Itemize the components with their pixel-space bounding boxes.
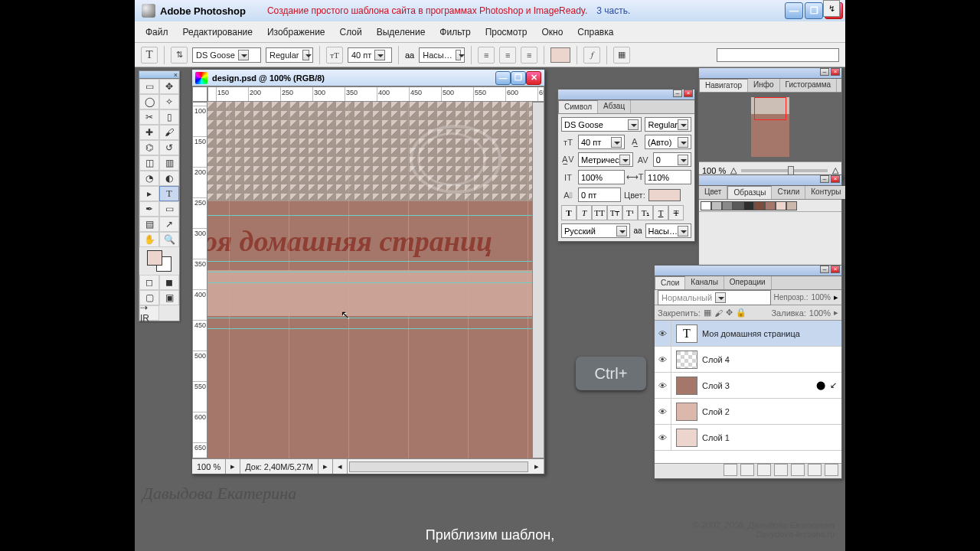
panel-close-icon[interactable]: × [831,68,840,76]
layer-thumbnail[interactable]: T [676,324,697,343]
type-color-swatch[interactable] [550,47,570,63]
navigator-zoom-value[interactable]: 100 % [702,166,726,175]
panel-close-icon[interactable]: × [831,175,840,183]
status-popup-icon[interactable]: ▸ [318,459,333,474]
minimize-button[interactable]: — [785,2,803,19]
screenmode-2-icon[interactable]: ▣ [159,290,179,305]
char-baseline-input[interactable]: 0 пт [578,187,621,202]
tab-styles[interactable]: Стили [772,186,805,199]
notes-tool-icon[interactable]: ▤ [139,217,159,232]
lock-transparency-icon[interactable]: ▦ [704,308,711,318]
layer-style-icon[interactable] [740,464,754,476]
visibility-icon[interactable] [655,425,671,450]
wand-tool-icon[interactable]: ✧ [159,94,179,109]
navigator-zoom-slider[interactable] [741,169,828,172]
swatch[interactable] [711,201,722,210]
menu-item[interactable]: Слой [334,24,368,40]
canvas-viewport[interactable]: ̵оя домашняя страниц [207,102,532,458]
tab-info[interactable]: Инфо [748,79,780,92]
guide-vertical[interactable] [528,102,528,458]
visibility-icon[interactable] [655,373,671,398]
delete-layer-icon[interactable] [825,464,838,476]
menu-item[interactable]: Выделение [371,24,432,40]
char-language-select[interactable]: Русский [561,223,630,238]
heal-tool-icon[interactable]: ✚ [139,125,159,140]
zoom-field[interactable]: 100 % [192,459,226,474]
layer-row[interactable]: TМоя домашняя страница [655,321,841,347]
color-swap-icon[interactable] [147,250,172,272]
hand-tool-icon[interactable]: ✋ [139,232,159,247]
swatch[interactable] [754,201,765,210]
subscript-icon[interactable]: T₁ [638,205,653,220]
underline-icon[interactable]: T [653,205,668,220]
swatch[interactable] [765,201,776,210]
ruler-vertical[interactable]: 100150200250300350400450500550600650 [192,102,207,458]
faux-italic-icon[interactable]: T [577,205,592,220]
layer-thumbnail[interactable] [676,429,697,447]
layer-name[interactable]: Слой 1 [702,433,841,442]
swatch[interactable] [776,201,786,210]
menu-item[interactable]: Фильтр [433,24,476,40]
blend-mode-select[interactable]: Нормальный [658,290,771,305]
strike-icon[interactable]: T [668,205,684,220]
guide-horizontal[interactable] [207,272,532,272]
swatch[interactable] [733,201,743,210]
maximize-button[interactable]: ❐ [805,2,823,19]
guide-vertical[interactable] [348,102,349,458]
eyedropper-icon[interactable]: ↗ [159,217,179,232]
layer-mask-icon[interactable] [757,464,771,476]
char-size-input[interactable]: 40 пт [578,135,625,149]
tab-layers[interactable]: Слои [655,276,685,289]
panel-minimize-icon[interactable]: – [820,266,829,273]
tab-actions[interactable]: Операции [724,276,772,289]
char-color-swatch[interactable] [648,189,681,201]
layer-row[interactable]: Слой 2 [655,399,841,425]
char-panel-icon[interactable]: ▦ [613,47,630,64]
fill-value[interactable]: 100% [809,308,831,318]
tab-contours[interactable]: Контуры [805,186,845,199]
document-titlebar[interactable]: design.psd @ 100% (RGB/8) — ❐ ✕ [192,70,544,86]
marquee-tool-icon[interactable]: ▭ [139,79,159,94]
link-layers-icon[interactable] [724,464,737,476]
menu-item[interactable]: Справка [571,24,619,40]
menu-item[interactable]: Просмотр [479,24,534,40]
crop-tool-icon[interactable]: ✂ [139,109,159,125]
orientation-icon[interactable]: ⇅ [171,47,188,64]
menu-item[interactable]: Окно [535,24,569,40]
menu-item[interactable]: Редактирование [177,24,259,40]
guide-vertical[interactable] [229,102,230,458]
lock-move-icon[interactable]: ✥ [726,308,733,318]
lock-all-icon[interactable]: 🔒 [736,308,746,318]
panel-minimize-icon[interactable]: – [820,175,829,183]
ruler-origin[interactable] [192,86,207,102]
char-font-style-select[interactable]: Regular [645,117,691,132]
tab-swatches[interactable]: Образцы [727,186,772,199]
scrollbar-vertical[interactable] [532,102,544,458]
layer-name[interactable]: Слой 3 [702,381,816,390]
layer-thumbnail[interactable] [676,350,697,369]
tab-paragraph[interactable]: Абзац [598,100,631,113]
superscript-icon[interactable]: T¹ [622,205,638,220]
doc-close-button[interactable]: ✕ [526,71,541,85]
char-vscale-input[interactable]: 100% [578,170,625,184]
layer-thumbnail[interactable] [676,403,697,421]
char-hscale-input[interactable]: 110% [645,170,691,184]
smallcaps-icon[interactable]: Tᴛ [607,205,622,220]
layer-row[interactable]: Слой 3⬤↙ [655,373,841,399]
panel-minimize-icon[interactable]: – [673,90,682,97]
tab-symbol[interactable]: Символ [558,100,598,113]
navigator-thumbnail[interactable] [699,93,841,161]
imageready-icon[interactable]: ↯ [823,0,840,17]
char-aa-select[interactable]: Насы… [645,223,691,238]
guide-horizontal[interactable] [207,318,532,318]
tab-histogram[interactable]: Гистограмма [780,79,838,92]
panel-close-icon[interactable]: × [684,90,693,97]
tab-color[interactable]: Цвет [699,186,727,199]
align-left-icon[interactable]: ≡ [478,47,495,64]
zoom-popup-icon[interactable]: ▸ [226,459,240,474]
brush-tool-icon[interactable]: 🖌 [159,125,179,140]
guide-horizontal[interactable] [207,282,532,283]
new-layer-icon[interactable] [808,464,822,476]
faux-bold-icon[interactable]: T [561,205,577,220]
lasso-tool-icon[interactable]: ◯ [139,94,159,109]
